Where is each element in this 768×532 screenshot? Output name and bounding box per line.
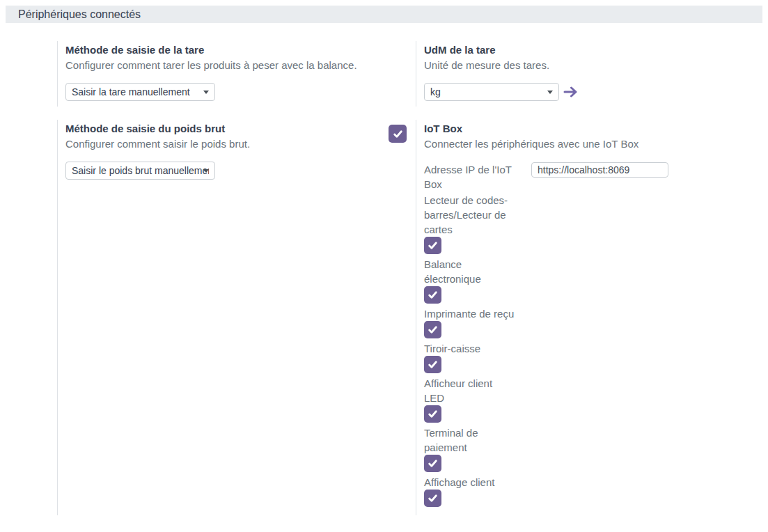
iot-ip-address-label: Adresse IP de l'IoT Box	[424, 162, 515, 191]
receipt-printer-checkbox[interactable]	[424, 321, 441, 338]
internal-link-arrow-icon[interactable]	[563, 86, 579, 97]
gross-weight-method-select[interactable]: Saisir le poids brut manuellement	[65, 162, 215, 180]
check-icon	[428, 359, 438, 370]
check-icon	[428, 240, 438, 251]
electronic-scale-label: Balance électronique	[424, 257, 515, 286]
iot-ip-address-input[interactable]	[531, 162, 668, 178]
payment-terminal-checkbox[interactable]	[424, 455, 441, 472]
cash-drawer-label: Tiroir-caisse	[424, 341, 515, 356]
check-icon	[428, 324, 438, 335]
cash-drawer-checkbox[interactable]	[424, 356, 441, 373]
setting-tare-uom: UdM de la tare Unité de mesure des tares…	[389, 41, 747, 107]
setting-tare-method: Méthode de saisie de la tare Configurer …	[30, 41, 389, 107]
chevron-down-icon	[203, 91, 209, 94]
tare-uom-selected-value: kg	[430, 86, 553, 97]
gross-weight-method-title: Méthode de saisie du poids brut	[65, 121, 380, 136]
electronic-scale-checkbox[interactable]	[424, 286, 441, 304]
gross-weight-method-selected-value: Saisir le poids brut manuellement	[72, 165, 209, 176]
checkbox-column-empty	[30, 41, 57, 107]
settings-content: Méthode de saisie de la tare Configurer …	[30, 41, 747, 529]
chevron-down-icon	[547, 91, 553, 94]
tare-uom-title: UdM de la tare	[424, 42, 739, 58]
barcode-card-reader-checkbox[interactable]	[424, 237, 441, 254]
customer-display-checkbox[interactable]	[424, 490, 441, 507]
setting-gross-weight-method: Méthode de saisie du poids brut Configur…	[30, 120, 389, 515]
tare-method-description: Configurer comment tarer les produits à …	[65, 58, 380, 73]
iot-field-row: Afficheur client LED	[424, 376, 739, 423]
iot-field-row: Lecteur de codes-barres/Lecteur de carte…	[424, 193, 739, 254]
tare-method-title: Méthode de saisie de la tare	[65, 42, 380, 58]
tare-uom-description: Unité de mesure des tares.	[424, 58, 739, 73]
iot-box-fields: Adresse IP de l'IoT Box Lecteur de codes…	[424, 162, 739, 507]
chevron-down-icon	[203, 169, 209, 173]
customer-display-led-label: Afficheur client LED	[424, 376, 515, 405]
check-icon	[428, 409, 438, 419]
setting-iot-box: IoT Box Connecter les périphériques avec…	[389, 120, 747, 515]
iot-field-row: Adresse IP de l'IoT Box	[424, 162, 739, 191]
iot-field-row: Terminal de paiement	[424, 425, 739, 472]
check-icon	[428, 458, 438, 469]
barcode-card-reader-label: Lecteur de codes-barres/Lecteur de carte…	[424, 193, 515, 237]
customer-display-led-checkbox[interactable]	[424, 405, 441, 423]
customer-display-label: Affichage client	[424, 475, 515, 490]
iot-box-title: IoT Box	[424, 121, 739, 136]
iot-field-row: Imprimante de reçu	[424, 306, 739, 338]
check-icon	[393, 129, 403, 139]
iot-box-checkbox[interactable]	[389, 125, 407, 143]
receipt-printer-label: Imprimante de reçu	[424, 306, 515, 321]
gross-weight-method-description: Configurer comment saisir le poids brut.	[65, 136, 380, 152]
payment-terminal-label: Terminal de paiement	[424, 425, 515, 455]
tare-uom-select[interactable]: kg	[424, 83, 559, 101]
check-icon	[428, 290, 438, 300]
checkbox-column-empty	[30, 120, 57, 515]
section-header: Périphériques connectés	[6, 6, 762, 23]
checkbox-column-empty	[389, 41, 416, 107]
iot-field-row: Tiroir-caisse	[424, 341, 739, 373]
tare-method-selected-value: Saisir la tare manuellement	[72, 86, 209, 97]
iot-box-description: Connecter les périphériques avec une IoT…	[424, 136, 739, 152]
section-title: Périphériques connectés	[18, 8, 141, 21]
iot-field-row: Balance électronique	[424, 257, 739, 304]
iot-field-row: Affichage client	[424, 475, 739, 507]
tare-method-select[interactable]: Saisir la tare manuellement	[65, 83, 215, 101]
check-icon	[428, 493, 438, 503]
